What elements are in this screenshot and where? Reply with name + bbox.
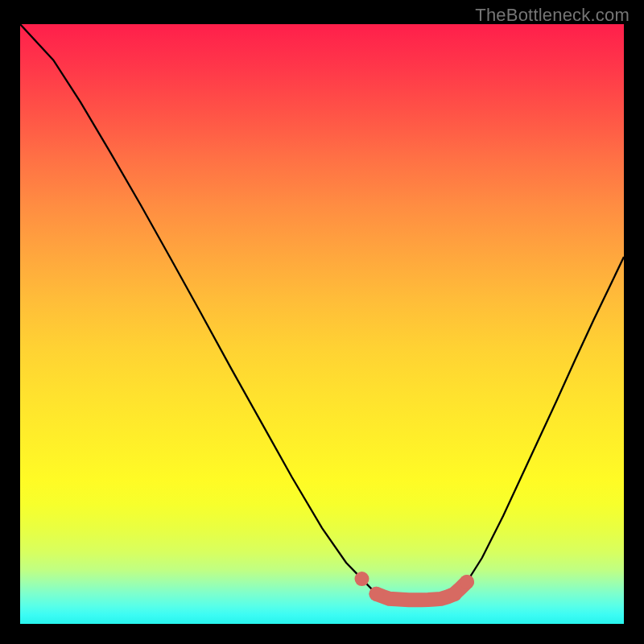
watermark-text: TheBottleneck.com [475, 5, 630, 26]
chart-plot-area [20, 24, 624, 624]
chart-svg [20, 24, 624, 624]
bottleneck-curve-line [20, 24, 624, 600]
svg-point-2 [448, 587, 462, 601]
svg-point-3 [460, 575, 474, 589]
svg-point-0 [355, 572, 369, 586]
optimal-range-highlight [355, 572, 475, 601]
svg-point-1 [369, 587, 384, 601]
